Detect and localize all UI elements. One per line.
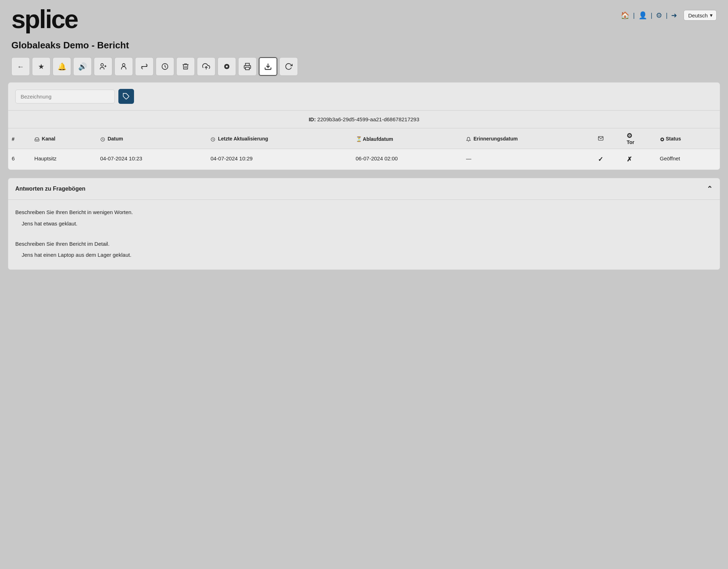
questionnaire-title: Antworten zu Fragebögen [15,186,85,192]
separator-1: | [632,12,636,19]
question-2: Beschreiben Sie Ihren Bericht im Detail. [15,239,713,249]
upload-button[interactable] [197,57,215,76]
back-button[interactable]: ← [11,57,30,76]
clock-col-icon [100,136,106,142]
table-header-row: # Kanal [8,128,720,149]
svg-rect-8 [246,67,250,70]
separator-2: | [650,12,653,19]
svg-point-15 [629,135,630,136]
home-icon[interactable]: 🏠 [619,10,632,20]
search-input[interactable] [15,90,115,103]
language-selector[interactable]: Deutsch ▾ [684,10,717,21]
svg-point-17 [662,138,663,140]
col-erinnerungsdatum: Erinnerungsdatum [462,128,594,149]
refresh-button[interactable] [279,57,298,76]
email-check-icon: ✓ [598,156,603,163]
record-button[interactable] [218,57,236,76]
col-kanal: Kanal [31,128,97,149]
logout-icon[interactable]: ➜ [669,10,679,20]
separator-3: | [665,12,668,19]
cell-status: Geöffnet [656,149,720,170]
questionnaire-section: Antworten zu Fragebögen ⌃ Beschreiben Si… [8,178,720,270]
questionnaire-body: Beschreiben Sie Ihren Bericht in wenigen… [8,200,720,270]
col-letzte-aktualisierung: Letzte Aktualisierung [207,128,352,149]
col-email [594,128,623,149]
cell-email: ✓ [594,149,623,170]
bell-col-icon [466,136,472,142]
cell-tor: ✗ [623,149,656,170]
id-value: 2209b3a6-29d5-4599-aa21-d68678217293 [317,116,419,122]
cell-letzte-aktualisierung: 04-07-2024 10:29 [207,149,352,170]
user-button[interactable] [114,57,133,76]
trash-button[interactable] [176,57,195,76]
cell-ablaufdatum: 06-07-2024 02:00 [352,149,463,170]
star-button[interactable]: ★ [32,57,50,76]
timer-icon: ⏳ [356,136,362,142]
bell-button[interactable]: 🔔 [53,57,71,76]
report-table-container: ID: 2209b3a6-29d5-4599-aa21-d68678217293… [8,110,720,170]
header: splice 🏠 | 👤 | ⚙ | ➜ Deutsch ▾ [0,0,728,32]
nav-icons: 🏠 | 👤 | ⚙ | ➜ [619,10,679,20]
inbox-icon [34,136,41,142]
col-ablaufdatum: ⏳Ablaufdatum [352,128,463,149]
col-datum: Datum [97,128,207,149]
chevron-up-icon: ⌃ [707,185,713,193]
questionnaire-header[interactable]: Antworten zu Fragebögen ⌃ [8,178,720,200]
search-tag-button[interactable] [118,89,134,104]
tor-label: Tor [627,139,653,145]
download-button[interactable] [259,57,277,76]
search-row [8,82,720,110]
cell-number: 6 [8,149,31,170]
svg-point-7 [226,65,228,68]
clock-update-icon [210,136,216,142]
volume-button[interactable]: 🔊 [73,57,92,76]
clock-button[interactable] [156,57,174,76]
col-tor: Tor [623,128,656,149]
col-number: # [8,128,31,149]
answer-1: Jens hat etwas geklaut. [15,219,713,228]
cell-datum: 04-07-2024 10:23 [97,149,207,170]
svg-point-0 [101,64,103,66]
col-status: Status [656,128,720,149]
report-table: # Kanal [8,128,720,170]
cell-kanal: Hauptsitz [31,149,97,170]
top-nav: 🏠 | 👤 | ⚙ | ➜ Deutsch ▾ [619,10,717,21]
language-label: Deutsch [688,12,708,18]
chevron-down-icon: ▾ [710,12,713,18]
transfer-button[interactable] [135,57,154,76]
report-id-row: ID: 2209b3a6-29d5-4599-aa21-d68678217293 [8,111,720,128]
settings-icon[interactable]: ⚙ [654,10,664,20]
logo: splice [11,6,77,32]
id-label: ID: [309,116,316,122]
print-button[interactable] [238,57,257,76]
page-title: Globaleaks Demo - Bericht [0,32,728,57]
table-row: 6 Hauptsitz 04-07-2024 10:23 04-07-2024 … [8,149,720,170]
user-icon[interactable]: 👤 [636,10,649,20]
cell-erinnerungsdatum: — [462,149,594,170]
add-user-button[interactable] [94,57,112,76]
question-1: Beschreiben Sie Ihren Bericht in wenigen… [15,208,713,217]
main-content: ID: 2209b3a6-29d5-4599-aa21-d68678217293… [8,82,720,270]
toolbar: ← ★ 🔔 🔊 [0,57,728,82]
svg-point-3 [122,64,125,66]
answer-2: Jens hat einen Laptop aus dem Lager gekl… [15,250,713,260]
tor-x-icon: ✗ [627,156,632,163]
